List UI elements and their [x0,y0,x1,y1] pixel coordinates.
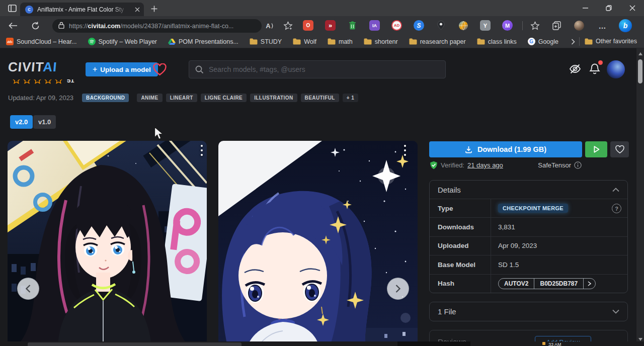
search-bar[interactable] [189,60,446,78]
toolbar-more-menu-icon[interactable]: … [597,20,608,31]
bing-chat-icon[interactable]: b [619,19,632,32]
rating-star-icon[interactable] [44,79,52,84]
scroll-down-arrow-icon[interactable] [638,338,642,341]
extension-y-icon[interactable]: Y [480,20,491,31]
model-image-card-1[interactable] [8,141,207,346]
bookmark-folder-reasearch-paper[interactable]: reasearch paper [409,38,466,45]
verified-time-link[interactable]: 21 days ago [467,161,503,169]
carousel-prev-button[interactable] [17,278,39,300]
tag-beautiful[interactable]: BEAUTIFUL [301,94,339,102]
model-image-card-2[interactable] [218,141,418,346]
more-tags-chip[interactable]: + 1 [343,94,358,102]
image-1-menu-icon[interactable] [201,145,203,156]
help-icon[interactable]: ? [612,204,621,213]
tag-illustration[interactable]: ILLUSTRATION [250,94,297,102]
rating-star-icon[interactable] [23,79,31,84]
tag-ligne-claire[interactable]: LIGNE CLAIRE [201,94,247,102]
other-favorites[interactable]: Other favorites [585,38,637,45]
image-2-menu-icon[interactable] [404,145,406,156]
bookmark-pom-presentations[interactable]: POM Presentations... [168,38,238,45]
browsing-mode-eye-off-icon[interactable] [568,62,582,75]
detail-row-type: Type CHECKPOINT MERGE ? [430,199,627,217]
favorites-bar-star-icon[interactable] [529,20,540,31]
download-button[interactable]: Download (1.99 GB) [429,141,582,157]
version-v1-button[interactable]: v1.0 [33,115,56,129]
bookmark-soundcloud[interactable]: SoundCloud – Hear... [6,38,77,45]
tab-actions-menu-icon[interactable] [6,3,18,13]
extension-shazam-icon[interactable]: S [414,20,424,31]
search-input[interactable] [209,65,430,73]
hash-expand-chevron-icon[interactable] [583,279,595,289]
extension-onetab-icon[interactable]: O [303,20,313,31]
hash-pill[interactable]: AUTOV2 B0D25DB787 [498,278,596,289]
tag-lineart[interactable]: LINEART [166,94,197,102]
site-security-lock-icon[interactable] [58,22,64,31]
rating-star-icon[interactable] [54,79,63,84]
refresh-button[interactable] [29,20,41,31]
collections-icon[interactable] [551,20,562,31]
civitai-logo[interactable]: CIVITAI [8,59,58,75]
bookmark-folder-study[interactable]: STUDY [250,38,282,45]
scrollbar-thumb[interactable] [638,59,642,83]
details-panel: Details Type CHECKPOINT MERGE ? Download… [429,180,628,293]
window-minimize-button[interactable] [574,0,597,16]
extension-fast-forward-icon[interactable]: » [325,20,336,31]
bookmark-folder-math[interactable]: math [328,38,353,45]
extension-map-pin-icon[interactable] [436,20,446,31]
rating-row: 51 [12,79,123,86]
extension-adblock-icon[interactable]: AD [391,20,402,31]
carousel-next-button[interactable] [387,278,409,300]
hash-type: AUTOV2 [499,279,534,289]
upload-model-button[interactable]: + Upload a model [86,62,158,76]
rating-star-icon[interactable] [12,79,21,84]
liked-models-heart-icon[interactable] [151,62,168,77]
model-image-neon-city [8,141,207,346]
heart-icon [615,145,624,154]
extension-monica-icon[interactable]: M [502,20,513,31]
tag-anime[interactable]: ANIME [137,94,162,102]
bookmark-folder-shortenr[interactable]: shortenr [364,38,398,45]
download-icon [465,146,472,153]
user-avatar[interactable] [607,60,625,78]
tag-background[interactable]: BACKGROUND [82,94,129,102]
bookmark-google[interactable]: G Google [528,38,558,45]
run-model-button[interactable] [585,141,607,157]
version-v2-button[interactable]: v2.0 [10,115,33,129]
folder-icon [585,38,593,45]
extension-globe-icon[interactable] [458,20,468,31]
updated-date: Updated: Apr 09, 2023 [8,94,73,102]
info-icon[interactable] [574,161,582,169]
extension-ia-icon[interactable]: IA [369,20,380,31]
files-panel[interactable]: 1 File [429,302,628,321]
back-button[interactable] [7,21,19,31]
browser-tab[interactable]: c Aniflatmix - Anime Flat Color Sty [20,3,144,16]
browser-profile-avatar[interactable] [574,21,584,31]
bookmark-folder-class-links[interactable]: class links [477,38,517,45]
window-close-button[interactable] [621,0,644,16]
taskbar-clock: 33 AM [548,342,561,346]
address-bar[interactable]: https://civitai.com/models/24387/aniflat… [52,19,262,33]
bookmark-spotify[interactable]: Spotify – Web Player [88,38,157,45]
url-text[interactable]: https://civitai.com/models/24387/aniflat… [69,23,233,30]
page-scrollbar[interactable] [636,48,644,346]
details-header[interactable]: Details [430,181,627,199]
verified-shield-icon [430,161,438,169]
taskbar-search-box[interactable] [28,342,242,346]
toolbar-divider [522,21,523,30]
chevron-down-icon [612,309,619,314]
read-aloud-icon[interactable]: A [264,21,275,30]
download-row: Download (1.99 GB) [429,141,629,157]
favorite-model-button[interactable] [610,141,629,157]
new-tab-button[interactable] [149,4,159,14]
tab-close-icon[interactable] [135,5,140,14]
rating-star-icon[interactable] [33,79,42,84]
window-restore-button[interactable] [597,0,620,16]
bookmarks-overflow-chevron-icon[interactable] [569,37,578,46]
bookmark-folder-wolf[interactable]: Wolf [293,38,316,45]
extension-trash-icon[interactable] [347,20,358,31]
add-favorite-star-icon[interactable] [282,20,294,31]
type-badge[interactable]: CHECKPOINT MERGE [498,204,568,213]
detail-row-uploaded: Uploaded Apr 09, 2023 [430,236,627,255]
folder-icon [250,38,258,45]
scroll-up-arrow-icon[interactable] [638,52,642,55]
